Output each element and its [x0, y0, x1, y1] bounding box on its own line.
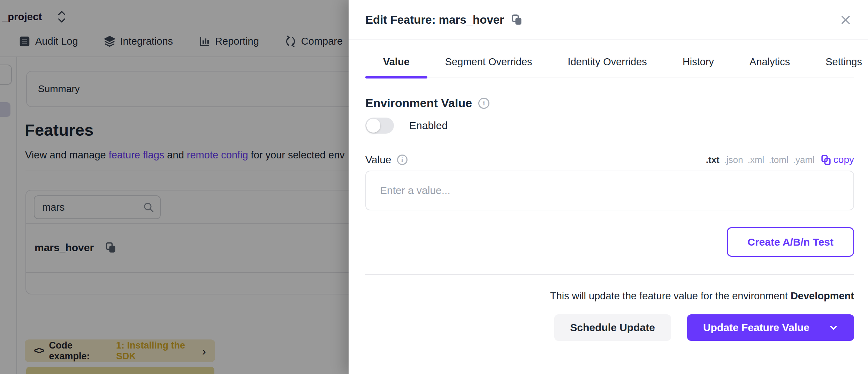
drawer-tabs: Value Segment Overrides Identity Overrid… [365, 56, 854, 77]
environment-value-section: Environment Value i [365, 96, 854, 110]
format-yaml[interactable]: .yaml [793, 155, 815, 165]
drawer-header: Edit Feature: mars_hover [349, 0, 868, 40]
format-toml[interactable]: .toml [769, 155, 788, 165]
copy-label: copy [833, 154, 854, 165]
copy-value-link[interactable]: copy [821, 154, 854, 165]
modal-dim-overlay [0, 0, 349, 374]
copy-icon [821, 155, 831, 165]
update-button-label: Update Feature Value [703, 322, 809, 334]
environment-value-heading: Environment Value [365, 96, 472, 110]
info-icon[interactable]: i [478, 98, 489, 109]
tab-value[interactable]: Value [365, 56, 427, 77]
tab-analytics[interactable]: Analytics [732, 56, 808, 77]
drawer-actions: Schedule Update Update Feature Value [365, 314, 854, 341]
chevron-down-icon [829, 323, 838, 332]
tab-segment-overrides[interactable]: Segment Overrides [427, 56, 550, 77]
background-page: _project Audit Log Integrations [0, 0, 349, 374]
feature-value-input[interactable] [365, 171, 854, 210]
drawer-body: Value Segment Overrides Identity Overrid… [349, 56, 868, 341]
edit-feature-drawer: Edit Feature: mars_hover Value Segment O… [349, 0, 868, 374]
app-root: _project Audit Log Integrations [0, 0, 868, 374]
value-label-wrap: Value i [365, 154, 408, 166]
enabled-toggle[interactable] [365, 118, 394, 134]
drawer-title: Edit Feature: mars_hover [365, 13, 504, 27]
footer-divider [365, 274, 854, 275]
footer-note-text: This will update the feature value for t… [550, 290, 791, 301]
tab-history[interactable]: History [665, 56, 732, 77]
format-xml[interactable]: .xml [748, 155, 764, 165]
copy-feature-name-icon[interactable] [512, 14, 522, 25]
close-icon [840, 15, 851, 25]
create-abn-test-button[interactable]: Create A/B/n Test [727, 227, 854, 257]
tab-identity-overrides[interactable]: Identity Overrides [550, 56, 665, 77]
toggle-knob [366, 119, 380, 133]
format-json[interactable]: .json [724, 155, 743, 165]
update-feature-value-button[interactable]: Update Feature Value [687, 314, 854, 341]
footer-note: This will update the feature value for t… [365, 290, 854, 302]
close-button[interactable] [839, 13, 853, 27]
schedule-update-button[interactable]: Schedule Update [554, 314, 671, 341]
enabled-toggle-row: Enabled [365, 118, 854, 134]
info-icon[interactable]: i [397, 155, 408, 165]
value-format-switcher: .txt .json .xml .toml .yaml copy [706, 154, 854, 165]
tab-settings[interactable]: Settings [808, 56, 868, 77]
value-header-row: Value i .txt .json .xml .toml .yaml copy [365, 154, 854, 166]
create-ab-row: Create A/B/n Test [365, 227, 854, 257]
enabled-label: Enabled [409, 120, 448, 132]
value-label: Value [365, 154, 391, 166]
format-txt[interactable]: .txt [706, 155, 719, 165]
footer-note-environment: Development [791, 290, 854, 301]
